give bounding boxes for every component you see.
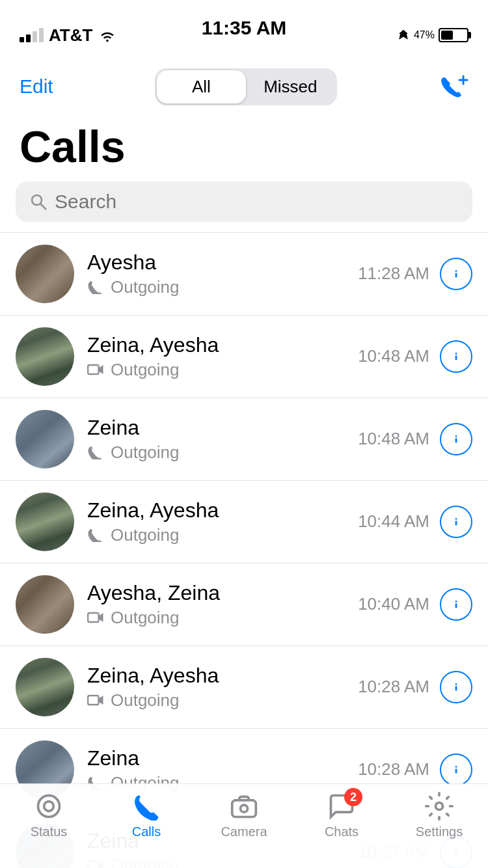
call-meta: 10:48 AM	[358, 429, 429, 449]
tab-chats[interactable]: 2 Chats	[293, 792, 390, 839]
call-type-text: Outgoing	[111, 525, 180, 545]
settings-icon-wrapper	[425, 792, 454, 821]
call-info-button[interactable]	[440, 423, 472, 455]
call-info: Zeina, AyeshaOutgoing	[87, 664, 358, 711]
svg-rect-10	[455, 438, 457, 442]
svg-point-4	[455, 270, 457, 272]
call-info: ZeinaOutgoing	[87, 416, 358, 463]
avatar	[16, 327, 74, 386]
tab-camera[interactable]: Camera	[195, 792, 293, 839]
call-info-button[interactable]	[440, 671, 472, 703]
tab-calls[interactable]: Calls	[98, 792, 195, 839]
video-call-icon	[87, 362, 105, 377]
call-type: Outgoing	[87, 525, 358, 545]
page-title: Calls	[20, 122, 468, 171]
carrier-label: AT&T	[49, 25, 92, 46]
search-container	[0, 182, 488, 232]
call-item[interactable]: Zeina, AyeshaOutgoing10:48 AM	[0, 316, 488, 398]
call-type-text: Outgoing	[111, 360, 180, 380]
signal-bar-1	[20, 37, 24, 42]
call-name: Zeina, Ayesha	[87, 333, 358, 357]
add-call-icon	[439, 75, 468, 98]
svg-line-3	[41, 204, 46, 210]
video-call-icon	[87, 610, 105, 625]
segment-missed[interactable]: Missed	[246, 70, 335, 103]
call-info-button[interactable]	[440, 588, 472, 621]
video-call-icon	[87, 693, 105, 707]
svg-point-9	[455, 435, 457, 437]
call-name: Zeina, Ayesha	[87, 664, 358, 688]
call-info-button[interactable]	[440, 506, 472, 538]
call-time: 10:28 AM	[358, 759, 429, 780]
signal-bar-2	[26, 34, 31, 42]
calls-icon-wrapper	[132, 792, 161, 821]
call-info-button[interactable]	[440, 753, 472, 786]
call-item[interactable]: ZeinaOutgoing10:48 AM	[0, 398, 488, 481]
phone-call-icon	[87, 528, 105, 542]
call-info-button[interactable]	[440, 258, 472, 290]
call-info-button[interactable]	[440, 340, 472, 373]
avatar	[16, 245, 74, 303]
call-meta: 10:28 AM	[358, 759, 429, 780]
call-item[interactable]: Zeina, AyeshaOutgoing10:44 AM	[0, 481, 488, 563]
search-bar[interactable]	[16, 182, 472, 222]
call-list: AyeshaOutgoing11:28 AMZeina, AyeshaOutgo…	[0, 232, 488, 868]
tab-camera-label: Camera	[221, 824, 267, 839]
svg-point-25	[44, 802, 54, 811]
svg-rect-12	[455, 521, 457, 525]
call-meta: 10:44 AM	[358, 511, 429, 532]
svg-point-19	[455, 766, 457, 768]
chats-badge: 2	[344, 788, 362, 806]
call-meta: 10:28 AM	[358, 677, 429, 697]
call-item[interactable]: AyeshaOutgoing11:28 AM	[0, 232, 488, 316]
call-name: Zeina	[87, 416, 358, 440]
call-meta: 10:40 AM	[358, 594, 429, 614]
edit-button[interactable]: Edit	[20, 75, 53, 98]
avatar	[16, 658, 74, 716]
call-time: 10:44 AM	[358, 511, 429, 532]
call-type: Outgoing	[87, 442, 358, 463]
segment-all[interactable]: All	[157, 70, 246, 103]
chats-icon-wrapper: 2	[327, 792, 356, 821]
add-call-button[interactable]	[439, 75, 468, 98]
wifi-icon	[98, 28, 117, 42]
tab-settings[interactable]: Settings	[390, 792, 488, 839]
tab-chats-label: Chats	[325, 824, 359, 839]
search-input[interactable]	[55, 191, 459, 213]
call-info: Ayesha, ZeinaOutgoing	[87, 581, 358, 628]
call-item[interactable]: Zeina, AyeshaOutgoing10:28 AM	[0, 646, 488, 729]
svg-rect-5	[455, 273, 457, 277]
svg-rect-15	[455, 603, 457, 608]
call-type-text: Outgoing	[111, 690, 180, 711]
call-name: Zeina, Ayesha	[87, 498, 358, 522]
tab-status-label: Status	[31, 824, 68, 839]
status-bar: AT&T 11:35 AM 47%	[0, 0, 488, 57]
svg-point-17	[455, 683, 457, 685]
svg-rect-16	[88, 696, 98, 705]
segment-control: All Missed	[155, 68, 337, 105]
call-type: Outgoing	[87, 360, 358, 380]
call-item[interactable]: Ayesha, ZeinaOutgoing10:40 AM	[0, 563, 488, 646]
svg-point-14	[455, 601, 457, 603]
status-icon-wrapper	[34, 792, 63, 821]
battery-container: 47%	[397, 28, 468, 42]
signal-bars	[20, 28, 44, 42]
call-type: Outgoing	[87, 690, 358, 711]
signal-bar-3	[33, 31, 37, 42]
avatar	[16, 493, 74, 551]
svg-point-11	[455, 518, 457, 520]
battery-icon	[439, 28, 468, 42]
camera-icon-wrapper	[230, 792, 258, 821]
call-time: 10:28 AM	[358, 677, 429, 697]
call-type: Outgoing	[87, 608, 358, 628]
calls-icon	[132, 792, 161, 821]
tab-bar: Status Calls Camera 2 Chats	[0, 783, 488, 868]
signal-bar-4	[39, 28, 44, 42]
svg-point-7	[455, 353, 457, 355]
nav-header: Edit All Missed	[0, 57, 488, 116]
call-meta: 10:48 AM	[358, 346, 429, 366]
location-icon	[397, 28, 410, 42]
svg-point-24	[38, 796, 60, 817]
svg-point-28	[436, 803, 443, 810]
tab-status[interactable]: Status	[0, 792, 98, 839]
